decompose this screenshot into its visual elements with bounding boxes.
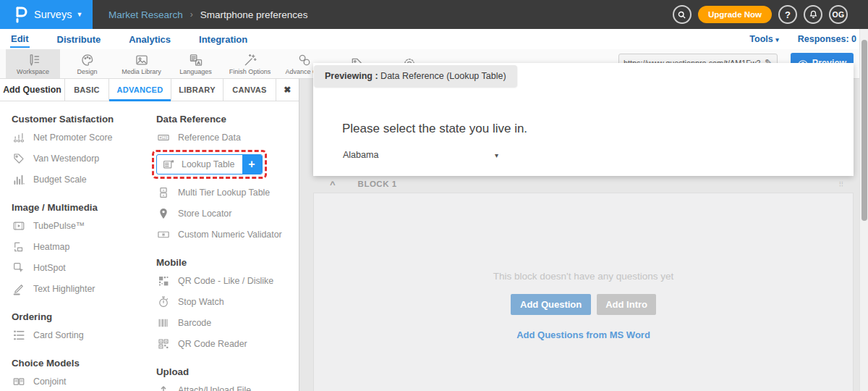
question-type-label: Barcode	[178, 318, 211, 328]
collapse-block-icon[interactable]: ^	[330, 181, 336, 190]
question-type-label: Card Sorting	[33, 330, 84, 340]
chevron-down-icon: ▾	[495, 151, 498, 159]
question-type-heatmap[interactable]: Heatmap	[12, 236, 156, 257]
question-type-qr-code-reader[interactable]: QR Code Reader	[156, 333, 298, 354]
panel-tab-row: Add Question BASICADVANCEDLIBRARYCANVAS …	[0, 79, 299, 101]
lookup-table-icon	[161, 158, 176, 171]
bell-icon	[809, 9, 818, 20]
question-types-column-left: Customer SatisfactionNet Promoter ScoreV…	[12, 101, 156, 391]
languages-icon	[189, 53, 203, 67]
question-types-column-right: Data Reference#123Reference DataLookup T…	[156, 101, 298, 391]
toolbar-item-label: Workspace	[17, 68, 49, 75]
question-type-van-westendorp[interactable]: Van Westendorp	[12, 148, 156, 169]
question-type-label: Stop Watch	[178, 297, 224, 307]
toolbar-design[interactable]: Design	[60, 49, 114, 78]
close-panel-button[interactable]: ✖	[276, 79, 299, 101]
question-type-lookup-table[interactable]: Lookup Table+	[156, 154, 263, 175]
user-avatar[interactable]: OG	[829, 5, 848, 24]
scrollbar-thumb[interactable]	[861, 40, 867, 221]
question-mark-icon: ?	[785, 9, 791, 20]
section-title-data-reference: Data Reference	[156, 114, 298, 125]
block-header[interactable]: ^ Block 1 ⁝⁝	[313, 181, 854, 192]
state-dropdown[interactable]: Alabama ▾	[343, 150, 498, 160]
qr-code-icon	[156, 274, 171, 287]
svg-text:#123: #123	[160, 135, 168, 139]
search-icon	[677, 10, 686, 20]
upgrade-now-button[interactable]: Upgrade Now	[698, 6, 772, 23]
block-body: This block doesn't have any questions ye…	[313, 193, 854, 391]
previewing-tooltip: Previewing : Data Reference (Lookup Tabl…	[314, 65, 517, 87]
question-type-label: Store Locator	[178, 209, 231, 219]
advance-icon	[297, 53, 312, 67]
chevron-down-icon: ▼	[76, 11, 82, 18]
add-question-panel: Add Question BASICADVANCEDLIBRARYCANVAS …	[0, 78, 299, 391]
question-type-label: Multi Tier Lookup Table	[178, 188, 270, 198]
question-type-tubepulse[interactable]: TubePulse™	[12, 215, 156, 236]
block-menu-icon[interactable]: ⁝⁝	[839, 181, 843, 188]
question-type-barcode[interactable]: Barcode	[156, 312, 298, 333]
add-questions-from-ms-word-link[interactable]: Add Questions from MS Word	[516, 329, 650, 340]
question-preview-popup: Previewing : Data Reference (Lookup Tabl…	[313, 63, 854, 176]
highlighter-icon	[12, 282, 26, 295]
question-type-multi-tier-lookup-table[interactable]: Multi Tier Lookup Table	[156, 182, 298, 203]
state-dropdown-value: Alabama	[343, 150, 378, 160]
question-type-store-locator[interactable]: Store Locator	[156, 203, 298, 224]
previewing-question-type: Data Reference (Lookup Table)	[378, 71, 506, 81]
nav-tab-integration[interactable]: Integration	[198, 32, 248, 47]
add-question-button[interactable]: Add Question	[511, 294, 591, 315]
nav-tab-analytics[interactable]: Analytics	[128, 32, 171, 47]
breadcrumb: Market Research › Smartphone preferences	[109, 9, 307, 20]
search-button[interactable]	[673, 5, 692, 24]
question-type-attach-upload-file[interactable]: Attach/Upload File	[156, 379, 298, 391]
tab-canvas[interactable]: CANVAS	[224, 79, 276, 101]
section-title-mobile: Mobile	[156, 257, 298, 268]
section-title-upload: Upload	[156, 366, 298, 377]
question-type-custom-numeric-validator[interactable]: Custom Numeric Validator	[156, 224, 298, 245]
question-type-hotspot[interactable]: HotSpot	[12, 257, 156, 278]
toolbar-finish-options[interactable]: Finish Options	[223, 49, 277, 78]
responses-counter[interactable]: Responses: 0	[798, 34, 856, 44]
tools-menu[interactable]: Tools ▾	[749, 34, 778, 44]
tab-library[interactable]: LIBRARY	[171, 79, 224, 101]
breadcrumb-folder[interactable]: Market Research	[109, 9, 183, 20]
questionpro-logo-icon	[14, 6, 27, 23]
tab-advanced[interactable]: ADVANCED	[109, 79, 171, 101]
question-type-text-highlighter[interactable]: Text Highlighter	[12, 278, 156, 299]
nav-tab-distribute[interactable]: Distribute	[56, 32, 102, 47]
product-menu[interactable]: Surveys▼	[0, 0, 93, 29]
notifications-button[interactable]	[804, 5, 822, 24]
question-type-conjoint[interactable]: Conjoint	[12, 371, 156, 391]
question-type-card-sorting[interactable]: Card Sorting	[12, 324, 156, 345]
add-intro-button[interactable]: Add Intro	[597, 294, 656, 315]
finish-options-icon	[243, 53, 258, 67]
product-menu-label: Surveys	[34, 9, 72, 20]
help-button[interactable]: ?	[778, 5, 797, 24]
question-type-budget-scale[interactable]: Budget Scale	[12, 169, 156, 190]
vertical-scrollbar[interactable]	[859, 29, 868, 391]
card-sorting-icon	[12, 329, 26, 342]
tab-basic[interactable]: BASIC	[65, 79, 109, 101]
workspace-icon	[26, 53, 41, 67]
toolbar-item-label: Design	[77, 68, 97, 75]
question-type-label: Van Westendorp	[33, 154, 99, 164]
top-header: Surveys▼ Market Research › Smartphone pr…	[0, 0, 868, 29]
question-type-stop-watch[interactable]: Stop Watch	[156, 291, 298, 312]
breadcrumb-separator: ›	[190, 9, 193, 20]
question-type-reference-data[interactable]: #123Reference Data	[156, 127, 298, 148]
toolbar-media-library[interactable]: Media Library	[114, 49, 169, 78]
question-type-label: QR Code Reader	[178, 339, 247, 349]
question-type-label: Lookup Table	[182, 159, 235, 169]
conjoint-icon	[12, 375, 26, 388]
toolbar-workspace[interactable]: Workspace	[6, 49, 60, 78]
toolbar-item-label: Media Library	[122, 68, 161, 75]
question-type-net-promoter-score[interactable]: Net Promoter Score	[12, 127, 156, 148]
store-locator-icon	[156, 207, 171, 220]
preview-question-text: Please select the state you live in.	[342, 122, 527, 136]
question-type-label: Net Promoter Score	[33, 133, 113, 143]
numeric-validator-icon	[156, 228, 171, 241]
tag-price-icon	[12, 152, 26, 165]
toolbar-languages[interactable]: Languages	[169, 49, 223, 78]
nav-tab-edit[interactable]: Edit	[10, 31, 30, 48]
add-lookup-table-button[interactable]: +	[242, 154, 262, 175]
question-type-qr-code-like-dislike[interactable]: QR Code - Like / Dislike	[156, 270, 298, 291]
